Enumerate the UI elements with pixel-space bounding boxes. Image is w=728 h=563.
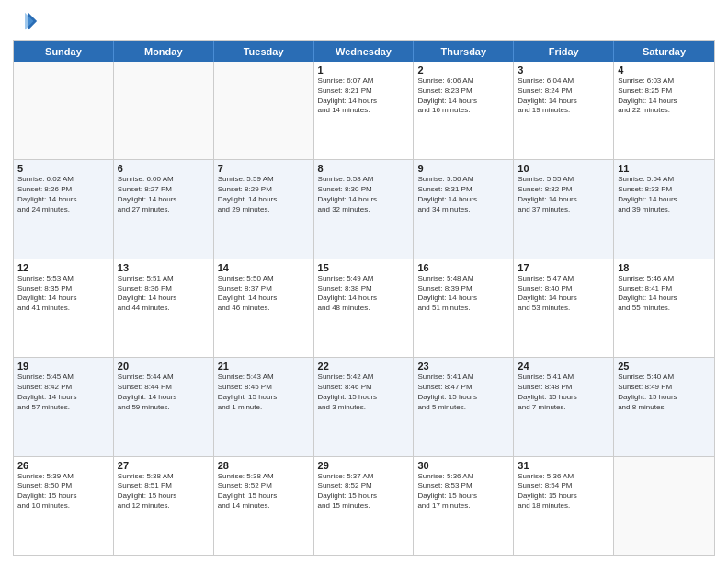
calendar-row-4: 26Sunrise: 5:39 AM Sunset: 8:50 PM Dayli…	[14, 457, 714, 555]
cal-cell-r0-c2	[214, 62, 314, 159]
day-info: Sunrise: 5:56 AM Sunset: 8:31 PM Dayligh…	[417, 175, 509, 214]
cal-cell-r4-c3: 29Sunrise: 5:37 AM Sunset: 8:52 PM Dayli…	[314, 457, 415, 555]
header-day-friday: Friday	[514, 41, 614, 62]
cal-cell-r0-c3: 1Sunrise: 6:07 AM Sunset: 8:21 PM Daylig…	[314, 62, 415, 159]
day-number: 29	[318, 460, 410, 471]
day-info: Sunrise: 5:43 AM Sunset: 8:45 PM Dayligh…	[218, 373, 310, 412]
cal-cell-r1-c1: 6Sunrise: 6:00 AM Sunset: 8:27 PM Daylig…	[114, 160, 214, 258]
day-info: Sunrise: 6:03 AM Sunset: 8:25 PM Dayligh…	[618, 76, 711, 116]
day-number: 3	[518, 64, 609, 75]
cal-cell-r2-c5: 17Sunrise: 5:47 AM Sunset: 8:40 PM Dayli…	[514, 259, 614, 357]
day-number: 26	[17, 460, 109, 471]
day-info: Sunrise: 5:49 AM Sunset: 8:38 PM Dayligh…	[318, 274, 410, 314]
day-number: 10	[518, 163, 609, 174]
day-info: Sunrise: 5:36 AM Sunset: 8:53 PM Dayligh…	[417, 472, 509, 511]
cal-cell-r2-c1: 13Sunrise: 5:51 AM Sunset: 8:36 PM Dayli…	[114, 259, 214, 357]
header-day-monday: Monday	[114, 41, 214, 62]
day-number: 22	[318, 361, 410, 372]
header-day-sunday: Sunday	[14, 41, 114, 62]
cal-cell-r4-c1: 27Sunrise: 5:38 AM Sunset: 8:51 PM Dayli…	[114, 457, 214, 555]
cal-cell-r4-c5: 31Sunrise: 5:36 AM Sunset: 8:54 PM Dayli…	[514, 457, 614, 555]
cal-cell-r3-c6: 25Sunrise: 5:40 AM Sunset: 8:49 PM Dayli…	[614, 358, 714, 455]
calendar-row-0: 1Sunrise: 6:07 AM Sunset: 8:21 PM Daylig…	[14, 62, 714, 160]
cal-cell-r3-c3: 22Sunrise: 5:42 AM Sunset: 8:46 PM Dayli…	[314, 358, 415, 455]
day-info: Sunrise: 5:46 AM Sunset: 8:41 PM Dayligh…	[618, 274, 711, 314]
cal-cell-r0-c5: 3Sunrise: 6:04 AM Sunset: 8:24 PM Daylig…	[514, 62, 614, 159]
cal-cell-r0-c0	[14, 62, 114, 159]
logo	[13, 9, 42, 35]
day-number: 15	[318, 262, 410, 273]
day-number: 30	[417, 460, 509, 471]
cal-cell-r1-c3: 8Sunrise: 5:58 AM Sunset: 8:30 PM Daylig…	[314, 160, 415, 258]
day-number: 4	[618, 64, 711, 75]
day-number: 28	[218, 460, 310, 471]
cal-cell-r2-c3: 15Sunrise: 5:49 AM Sunset: 8:38 PM Dayli…	[314, 259, 415, 357]
calendar-body: 1Sunrise: 6:07 AM Sunset: 8:21 PM Daylig…	[14, 62, 714, 555]
cal-cell-r3-c5: 24Sunrise: 5:41 AM Sunset: 8:48 PM Dayli…	[514, 358, 614, 455]
day-info: Sunrise: 6:04 AM Sunset: 8:24 PM Dayligh…	[518, 76, 609, 116]
cal-cell-r2-c2: 14Sunrise: 5:50 AM Sunset: 8:37 PM Dayli…	[214, 259, 314, 357]
day-info: Sunrise: 5:38 AM Sunset: 8:51 PM Dayligh…	[118, 472, 210, 511]
day-info: Sunrise: 6:06 AM Sunset: 8:23 PM Dayligh…	[417, 76, 509, 116]
day-info: Sunrise: 5:48 AM Sunset: 8:39 PM Dayligh…	[417, 274, 509, 314]
cal-cell-r2-c4: 16Sunrise: 5:48 AM Sunset: 8:39 PM Dayli…	[414, 259, 514, 357]
day-info: Sunrise: 5:45 AM Sunset: 8:42 PM Dayligh…	[17, 373, 109, 412]
day-info: Sunrise: 5:47 AM Sunset: 8:40 PM Dayligh…	[518, 274, 609, 314]
cal-cell-r1-c0: 5Sunrise: 6:02 AM Sunset: 8:26 PM Daylig…	[14, 160, 114, 258]
cal-cell-r1-c6: 11Sunrise: 5:54 AM Sunset: 8:33 PM Dayli…	[614, 160, 714, 258]
day-number: 16	[417, 262, 509, 273]
page: SundayMondayTuesdayWednesdayThursdayFrid…	[0, 0, 728, 563]
day-info: Sunrise: 5:54 AM Sunset: 8:33 PM Dayligh…	[618, 175, 711, 214]
cal-cell-r1-c5: 10Sunrise: 5:55 AM Sunset: 8:32 PM Dayli…	[514, 160, 614, 258]
day-number: 7	[218, 163, 310, 174]
cal-cell-r3-c0: 19Sunrise: 5:45 AM Sunset: 8:42 PM Dayli…	[14, 358, 114, 455]
day-info: Sunrise: 5:58 AM Sunset: 8:30 PM Dayligh…	[318, 175, 410, 214]
cal-cell-r0-c6: 4Sunrise: 6:03 AM Sunset: 8:25 PM Daylig…	[614, 62, 714, 159]
day-info: Sunrise: 5:59 AM Sunset: 8:29 PM Dayligh…	[218, 175, 310, 214]
cal-cell-r2-c6: 18Sunrise: 5:46 AM Sunset: 8:41 PM Dayli…	[614, 259, 714, 357]
day-number: 8	[318, 163, 410, 174]
day-number: 24	[518, 361, 609, 372]
day-number: 2	[417, 64, 509, 75]
calendar-row-1: 5Sunrise: 6:02 AM Sunset: 8:26 PM Daylig…	[14, 160, 714, 259]
day-number: 5	[17, 163, 109, 174]
header-day-thursday: Thursday	[414, 41, 514, 62]
day-number: 14	[218, 262, 310, 273]
day-number: 31	[518, 460, 609, 471]
day-info: Sunrise: 6:07 AM Sunset: 8:21 PM Dayligh…	[318, 76, 410, 116]
cal-cell-r4-c2: 28Sunrise: 5:38 AM Sunset: 8:52 PM Dayli…	[214, 457, 314, 555]
day-number: 23	[417, 361, 509, 372]
day-info: Sunrise: 5:38 AM Sunset: 8:52 PM Dayligh…	[218, 472, 310, 511]
day-info: Sunrise: 5:41 AM Sunset: 8:47 PM Dayligh…	[417, 373, 509, 412]
cal-cell-r4-c4: 30Sunrise: 5:36 AM Sunset: 8:53 PM Dayli…	[414, 457, 514, 555]
day-number: 12	[17, 262, 109, 273]
cal-cell-r1-c4: 9Sunrise: 5:56 AM Sunset: 8:31 PM Daylig…	[414, 160, 514, 258]
logo-icon	[13, 9, 39, 35]
day-number: 13	[118, 262, 210, 273]
day-info: Sunrise: 5:44 AM Sunset: 8:44 PM Dayligh…	[118, 373, 210, 412]
calendar-row-3: 19Sunrise: 5:45 AM Sunset: 8:42 PM Dayli…	[14, 358, 714, 456]
day-info: Sunrise: 5:50 AM Sunset: 8:37 PM Dayligh…	[218, 274, 310, 314]
day-number: 6	[118, 163, 210, 174]
day-info: Sunrise: 5:36 AM Sunset: 8:54 PM Dayligh…	[518, 472, 609, 511]
cal-cell-r3-c1: 20Sunrise: 5:44 AM Sunset: 8:44 PM Dayli…	[114, 358, 214, 455]
day-number: 25	[618, 361, 711, 372]
calendar-header: SundayMondayTuesdayWednesdayThursdayFrid…	[14, 41, 714, 62]
day-number: 27	[118, 460, 210, 471]
cal-cell-r3-c4: 23Sunrise: 5:41 AM Sunset: 8:47 PM Dayli…	[414, 358, 514, 455]
day-number: 11	[618, 163, 711, 174]
day-info: Sunrise: 5:55 AM Sunset: 8:32 PM Dayligh…	[518, 175, 609, 214]
day-number: 19	[17, 361, 109, 372]
calendar: SundayMondayTuesdayWednesdayThursdayFrid…	[13, 40, 715, 556]
day-info: Sunrise: 5:40 AM Sunset: 8:49 PM Dayligh…	[618, 373, 711, 412]
day-info: Sunrise: 6:02 AM Sunset: 8:26 PM Dayligh…	[17, 175, 109, 214]
header	[13, 9, 715, 35]
day-number: 9	[417, 163, 509, 174]
cal-cell-r0-c1	[114, 62, 214, 159]
header-day-tuesday: Tuesday	[214, 41, 314, 62]
day-info: Sunrise: 5:53 AM Sunset: 8:35 PM Dayligh…	[17, 274, 109, 314]
day-info: Sunrise: 5:37 AM Sunset: 8:52 PM Dayligh…	[318, 472, 410, 511]
day-info: Sunrise: 6:00 AM Sunset: 8:27 PM Dayligh…	[118, 175, 210, 214]
cal-cell-r4-c6	[614, 457, 714, 555]
day-info: Sunrise: 5:42 AM Sunset: 8:46 PM Dayligh…	[318, 373, 410, 412]
